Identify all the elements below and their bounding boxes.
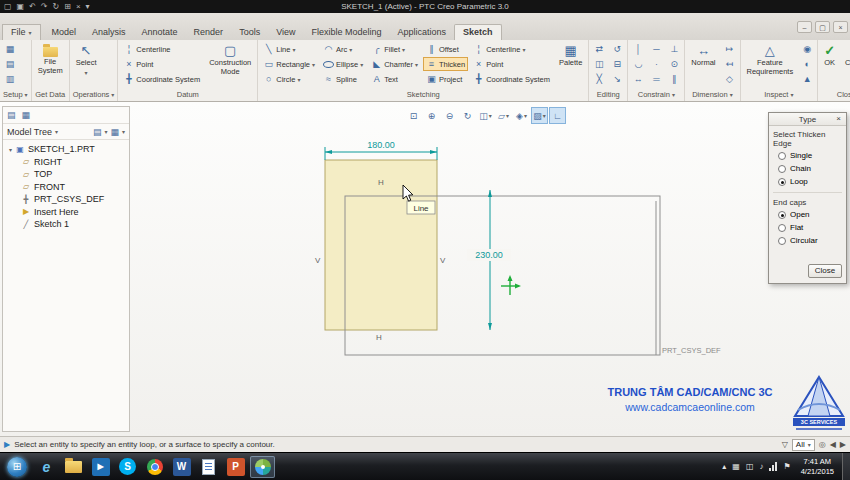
zoom-out-button[interactable]: ⊖ xyxy=(441,107,458,124)
radio-single-circle[interactable] xyxy=(778,152,786,160)
ellipse-button[interactable]: Ellipse▾ xyxy=(320,57,366,71)
tray-app-icon-2[interactable]: ◫ xyxy=(746,462,754,471)
modify-button[interactable]: ⇄ xyxy=(591,42,607,56)
perimeter-dimension-button[interactable]: ↦ xyxy=(722,42,738,56)
taskbar-creo[interactable] xyxy=(250,456,275,478)
radio-chain[interactable]: Chain xyxy=(769,162,846,175)
group-label-inspect[interactable]: Inspect▾ xyxy=(741,88,818,101)
taskbar-internet-explorer[interactable]: e xyxy=(34,456,59,478)
tree-item-part[interactable]: ▾ ▣ SKETCH_1.PRT xyxy=(5,143,127,156)
action-center-flag-icon[interactable]: ⚑ xyxy=(783,462,790,471)
radio-circular[interactable]: Circular xyxy=(769,234,846,247)
start-button[interactable]: ⊞ xyxy=(7,457,27,477)
radio-loop-circle[interactable] xyxy=(778,178,786,186)
feature-requirements-button[interactable]: △ Feature Requirements xyxy=(743,42,798,78)
taskbar-chrome[interactable] xyxy=(142,456,167,478)
dialog-close-button[interactable]: Close xyxy=(808,264,842,278)
mirror-button[interactable]: ◫ xyxy=(591,57,607,71)
tangent-constraint-button[interactable]: ◡ xyxy=(630,57,646,71)
reference-dimension-button[interactable]: ◇ xyxy=(722,72,738,86)
tree-show-icon[interactable]: ▤ xyxy=(93,127,102,137)
divide-button[interactable]: ╳ xyxy=(591,72,607,86)
perpendicular-constraint-button[interactable]: ⊥ xyxy=(666,42,682,56)
taskbar-media-player[interactable]: ▶ xyxy=(88,456,113,478)
taskbar-document[interactable] xyxy=(196,456,221,478)
tab-tools[interactable]: Tools xyxy=(231,25,268,40)
annotation-display-button[interactable]: ◈▾ xyxy=(513,107,530,124)
sketch-orientation-button[interactable]: ∟ xyxy=(549,107,566,124)
vertical-constraint-button[interactable]: │ xyxy=(630,42,646,56)
project-button[interactable]: ▣Project xyxy=(423,72,468,86)
radio-flat[interactable]: Flat xyxy=(769,221,846,234)
tab-annotate[interactable]: Annotate xyxy=(134,25,186,40)
caret-icon[interactable]: ▾ xyxy=(122,128,125,135)
sketch-centerline-button[interactable]: ¦Centerline▾ xyxy=(470,42,553,56)
setup-button-2[interactable]: ▤ xyxy=(2,57,18,71)
construction-mode-button[interactable]: ▢ Construction Mode xyxy=(205,42,255,78)
midpoint-constraint-button[interactable]: ∙ xyxy=(648,57,664,71)
horizontal-constraint-button[interactable]: ─ xyxy=(648,42,664,56)
palette-button[interactable]: ▦ Palette xyxy=(555,42,586,70)
arc-button[interactable]: ◠Arc▾ xyxy=(320,42,366,56)
tree-item-csys[interactable]: ╋ PRT_CSYS_DEF xyxy=(5,193,127,206)
dim-height-value[interactable]: 230.00 xyxy=(475,250,503,260)
text-button[interactable]: AText xyxy=(368,72,421,86)
tab-file[interactable]: File▾ xyxy=(2,24,41,40)
type-dialog-titlebar[interactable]: Type × xyxy=(769,113,846,126)
datum-csys-button[interactable]: ╋Coordinate System xyxy=(120,72,203,86)
radio-flat-circle[interactable] xyxy=(778,224,786,232)
regenerate-icon[interactable]: ↻ xyxy=(53,0,60,13)
dialog-close-icon[interactable]: × xyxy=(833,114,844,125)
equal-constraint-button[interactable]: ═ xyxy=(648,72,664,86)
file-system-button[interactable]: File System xyxy=(34,42,67,77)
tab-flexible-modeling[interactable]: Flexible Modeling xyxy=(304,25,390,40)
radio-chain-circle[interactable] xyxy=(778,165,786,173)
repaint-button[interactable]: ↻ xyxy=(459,107,476,124)
group-label-setup[interactable]: Setup▾ xyxy=(0,88,31,101)
shade-closed-loops-button[interactable]: ▲ xyxy=(799,72,815,86)
tab-view[interactable]: View xyxy=(268,25,303,40)
datum-centerline-button[interactable]: ¦Centerline xyxy=(120,42,203,56)
group-label-operations[interactable]: Operations▾ xyxy=(70,88,118,101)
caret-icon[interactable]: ▾ xyxy=(104,128,107,135)
group-label-constrain[interactable]: Constrain▾ xyxy=(628,88,684,101)
tree-settings-icon[interactable]: ▦ xyxy=(110,127,119,137)
taskbar-powerpoint[interactable]: P xyxy=(223,456,248,478)
taskbar-skype[interactable]: S xyxy=(115,456,140,478)
minimize-button[interactable]: – xyxy=(797,21,812,33)
save-icon[interactable]: ▣ xyxy=(17,0,25,13)
tab-analysis[interactable]: Analysis xyxy=(84,25,134,40)
ok-button[interactable]: ✓ OK xyxy=(820,42,839,70)
tab-render[interactable]: Render xyxy=(186,25,232,40)
select-button[interactable]: ↖ Select ▾ xyxy=(72,42,101,78)
close-button[interactable]: × xyxy=(833,21,848,33)
refit-button[interactable]: ⊡ xyxy=(405,107,422,124)
next-icon[interactable]: ▶ xyxy=(840,440,846,449)
circle-button[interactable]: ○Circle▾ xyxy=(260,72,318,86)
taskbar-word[interactable]: W xyxy=(169,456,194,478)
delete-segment-button[interactable]: ⊟ xyxy=(609,57,625,71)
graphics-area[interactable]: 180.00 230.00 H H V V PRT_CSYS_DEF Line xyxy=(0,102,850,437)
windows-icon[interactable]: ⊞ xyxy=(64,0,71,13)
sketch-csys-button[interactable]: ╋Coordinate System xyxy=(470,72,553,86)
tree-item-right-plane[interactable]: ▱ RIGHT xyxy=(5,156,127,169)
corner-button[interactable]: ↘ xyxy=(609,72,625,86)
setup-button-3[interactable]: ▥ xyxy=(2,72,18,86)
line-button[interactable]: ╲Line▾ xyxy=(260,42,318,56)
show-desktop-button[interactable] xyxy=(842,453,850,480)
model-tree-title[interactable]: Model Tree xyxy=(7,127,52,137)
setup-button-1[interactable]: ▦ xyxy=(2,42,18,56)
find-icon[interactable]: ◎ xyxy=(819,440,826,449)
tree-item-insert-here[interactable]: ▶ Insert Here xyxy=(5,206,127,219)
radio-circular-circle[interactable] xyxy=(778,237,786,245)
tree-item-top-plane[interactable]: ▱ TOP xyxy=(5,168,127,181)
highlight-open-ends-button[interactable]: ◐ xyxy=(799,57,815,71)
cancel-button[interactable]: × Cancel xyxy=(841,42,850,70)
datum-point-button[interactable]: ×Point xyxy=(120,57,203,71)
radio-open[interactable]: Open xyxy=(769,208,846,221)
chamfer-button[interactable]: ◣Chamfer▾ xyxy=(368,57,421,71)
symmetric-constraint-button[interactable]: ↔ xyxy=(630,72,646,86)
taskbar-clock[interactable]: 7:41 AM 4/21/2015 xyxy=(797,457,838,477)
tray-app-icon-3[interactable]: ♪ xyxy=(759,462,763,471)
tab-applications[interactable]: Applications xyxy=(390,25,455,40)
